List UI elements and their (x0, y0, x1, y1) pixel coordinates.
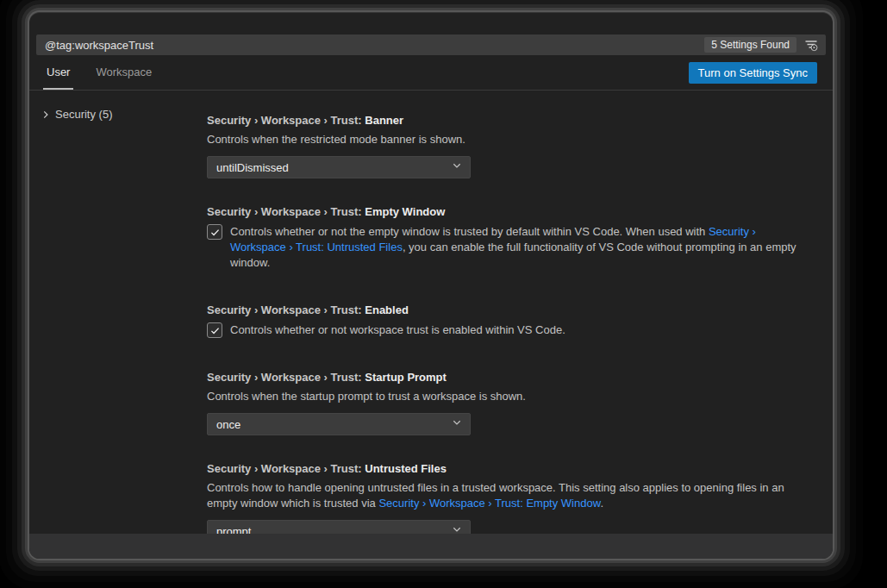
setting-description: Controls how to handle opening untrusted… (207, 480, 807, 511)
setting-row: Security › Workspace › Trust: Untrusted … (207, 462, 807, 542)
setting-category: Security › Workspace › Trust: (207, 462, 365, 475)
toc-sidebar: Security (5) (29, 91, 207, 121)
settings-search-input[interactable]: @tag:workspaceTrust 5 Settings Found (36, 34, 826, 55)
setting-title: Security › Workspace › Trust: Untrusted … (207, 462, 807, 476)
tab-workspace[interactable]: Workspace (92, 55, 155, 90)
filter-icon[interactable] (802, 36, 821, 53)
setting-select-value: once (216, 418, 240, 431)
tab-user-label: User (47, 66, 70, 78)
setting-description-text: Controls whether or not the empty window… (230, 225, 709, 238)
chevron-down-icon (451, 416, 463, 432)
setting-name: Untrusted Files (365, 462, 447, 475)
setting-name: Empty Window (365, 205, 445, 218)
setting-description-text: . (600, 497, 603, 510)
setting-description-text: Controls when the restricted mode banner… (207, 133, 465, 146)
settings-search-row: @tag:workspaceTrust 5 Settings Found (29, 12, 833, 55)
setting-description: Controls when the restricted mode banner… (207, 132, 807, 147)
setting-row: Security › Workspace › Trust: EnabledCon… (207, 303, 807, 338)
search-query-text: @tag:workspaceTrust (45, 39, 704, 52)
setting-description: Controls whether or not the empty window… (230, 224, 807, 271)
vscode-settings-window: @tag:workspaceTrust 5 Settings Found Use… (29, 12, 833, 559)
setting-checkbox[interactable] (207, 224, 222, 240)
settings-count-badge: 5 Settings Found (704, 37, 796, 53)
setting-title: Security › Workspace › Trust: Enabled (207, 303, 807, 317)
setting-checkbox-row: Controls whether or not the empty window… (207, 224, 807, 271)
setting-name: Banner (365, 114, 403, 127)
setting-row: Security › Workspace › Trust: Empty Wind… (207, 205, 807, 271)
setting-title: Security › Workspace › Trust: Startup Pr… (207, 371, 807, 385)
settings-list: Security › Workspace › Trust: BannerCont… (207, 91, 833, 559)
window-footer-band (29, 534, 833, 559)
tab-user[interactable]: User (43, 55, 73, 90)
setting-description-text: Controls whether or not workspace trust … (230, 323, 565, 336)
setting-category: Security › Workspace › Trust: (207, 205, 365, 218)
setting-category: Security › Workspace › Trust: (207, 303, 365, 316)
setting-title: Security › Workspace › Trust: Banner (207, 114, 807, 128)
setting-name: Enabled (365, 303, 409, 316)
settings-sync-button[interactable]: Turn on Settings Sync (689, 62, 817, 84)
setting-row: Security › Workspace › Trust: Startup Pr… (207, 371, 807, 435)
setting-title: Security › Workspace › Trust: Empty Wind… (207, 205, 807, 219)
chevron-right-icon (40, 109, 52, 121)
setting-name: Startup Prompt (365, 371, 447, 384)
settings-body: Security (5) Security › Workspace › Trus… (29, 91, 833, 559)
toc-item-security[interactable]: Security (5) (40, 108, 207, 121)
tab-workspace-label: Workspace (96, 66, 152, 78)
setting-select[interactable]: once (207, 413, 471, 435)
setting-category: Security › Workspace › Trust: (207, 371, 365, 384)
setting-description-text: Controls when the startup prompt to trus… (207, 390, 526, 403)
setting-row: Security › Workspace › Trust: BannerCont… (207, 114, 807, 178)
toc-item-label: Security (5) (55, 108, 112, 121)
setting-select-value: untilDismissed (216, 161, 289, 174)
setting-description: Controls whether or not workspace trust … (230, 322, 565, 338)
setting-select[interactable]: untilDismissed (207, 156, 471, 178)
setting-checkbox-row: Controls whether or not workspace trust … (207, 322, 807, 338)
settings-tab-bar: User Workspace Turn on Settings Sync (29, 55, 833, 91)
setting-category: Security › Workspace › Trust: (207, 114, 365, 127)
setting-link[interactable]: Security › Workspace › Trust: Empty Wind… (378, 497, 600, 510)
setting-checkbox[interactable] (207, 322, 222, 338)
setting-description: Controls when the startup prompt to trus… (207, 389, 807, 404)
chevron-down-icon (451, 160, 463, 175)
